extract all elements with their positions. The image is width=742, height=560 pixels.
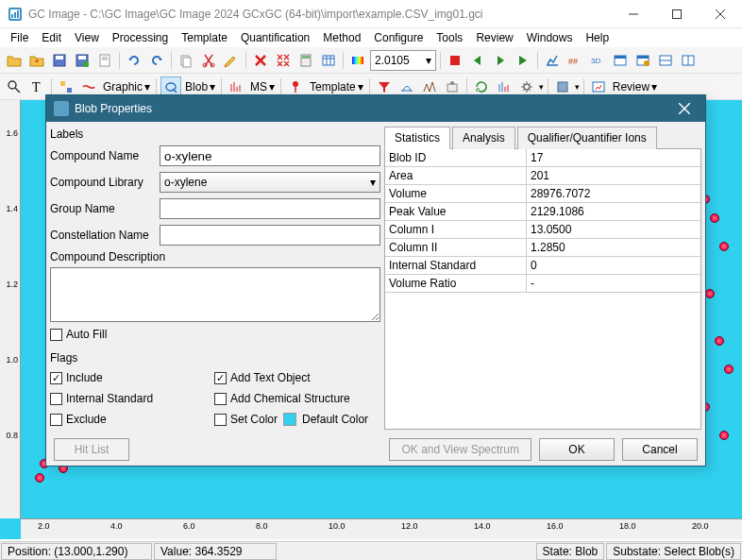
graphic-dropdown[interactable]: Graphic ▾: [101, 80, 152, 93]
hit-list-button[interactable]: Hit List: [54, 438, 129, 461]
svg-rect-32: [615, 56, 626, 59]
prev-icon[interactable]: [467, 50, 488, 71]
window2-icon[interactable]: [632, 50, 653, 71]
close-button[interactable]: [699, 0, 742, 28]
stop-icon[interactable]: [445, 50, 465, 71]
delete-red-icon[interactable]: [250, 50, 271, 71]
chart-icon[interactable]: [542, 50, 563, 71]
include-checkbox[interactable]: ✓: [50, 372, 62, 384]
menu-processing[interactable]: Processing: [106, 29, 175, 46]
stat-value: 201: [527, 167, 700, 184]
tab-statistics[interactable]: Statistics: [384, 127, 450, 149]
autofill-label: Auto Fill: [66, 328, 107, 341]
menu-method[interactable]: Method: [316, 29, 367, 46]
dialog-titlebar[interactable]: Blob Properties: [46, 95, 705, 122]
menu-tools[interactable]: Tools: [430, 29, 469, 46]
menu-configure[interactable]: Configure: [367, 29, 430, 46]
tabs: Statistics Analysis Qualifier/Quantifier…: [384, 126, 701, 149]
window4-icon[interactable]: [678, 50, 699, 71]
svg-rect-4: [17, 10, 19, 18]
menu-review[interactable]: Review: [469, 29, 519, 46]
tab-analysis[interactable]: Analysis: [452, 127, 515, 149]
svg-point-50: [293, 81, 298, 87]
svg-rect-43: [60, 81, 65, 86]
text-tool-icon[interactable]: T: [26, 76, 47, 97]
chevron-down-icon[interactable]: ▾: [575, 82, 580, 92]
add-chem-checkbox[interactable]: [214, 393, 227, 405]
template-dropdown[interactable]: Template ▾: [308, 80, 365, 93]
maximize-button[interactable]: [655, 0, 699, 28]
set-color-checkbox[interactable]: [214, 414, 227, 426]
compound-name-input[interactable]: [160, 145, 380, 166]
internal-standard-label: Internal Standard: [66, 392, 153, 405]
report-icon[interactable]: [94, 50, 115, 71]
stat-value: 28976.7072: [527, 185, 700, 202]
delete-all-icon[interactable]: [273, 50, 294, 71]
play-icon[interactable]: [513, 50, 533, 71]
status-position: Position: (13.000,1.290): [1, 543, 152, 560]
status-state: State: Blob: [536, 543, 605, 560]
save-as-icon[interactable]: [72, 50, 93, 71]
undo-icon[interactable]: [124, 50, 144, 71]
dialog-close-button[interactable]: [671, 95, 698, 122]
open-icon[interactable]: [4, 50, 25, 71]
edit-icon[interactable]: [221, 50, 242, 71]
table-icon[interactable]: [318, 50, 339, 71]
redo-icon[interactable]: [146, 50, 167, 71]
ms-dropdown[interactable]: MS ▾: [248, 80, 277, 93]
next-icon[interactable]: [490, 50, 511, 71]
internal-standard-checkbox[interactable]: [50, 393, 62, 405]
compound-description-input[interactable]: [50, 267, 380, 322]
menu-windows[interactable]: Windows: [520, 29, 580, 46]
menu-help[interactable]: Help: [579, 29, 616, 46]
chevron-down-icon[interactable]: ▾: [539, 82, 544, 92]
svg-text:3D: 3D: [591, 57, 600, 65]
import-icon[interactable]: [26, 50, 47, 71]
ruler-vertical: 1.6 1.4 1.2 1.0 0.8: [0, 100, 21, 518]
stat-label: Column II: [385, 239, 527, 256]
blob-properties-dialog: Blob Properties Labels Compound Name Com…: [45, 94, 706, 467]
menu-file[interactable]: File: [4, 29, 35, 46]
group-name-input[interactable]: [160, 198, 380, 219]
compound-library-label: Compound Library: [50, 176, 160, 189]
stat-value: 0: [527, 257, 700, 274]
blob-dropdown[interactable]: Blob ▾: [183, 80, 217, 93]
svg-text:T: T: [32, 80, 41, 94]
add-text-checkbox[interactable]: ✓: [214, 372, 227, 384]
svg-rect-14: [100, 55, 110, 66]
ok-button[interactable]: OK: [539, 438, 615, 461]
window1-icon[interactable]: [610, 50, 631, 71]
zoom-combo[interactable]: 2.0105▾: [370, 50, 436, 71]
constellation-name-input[interactable]: [160, 225, 380, 246]
threed-icon[interactable]: 3D: [587, 50, 608, 71]
stat-label: Area: [385, 167, 527, 184]
svg-rect-44: [67, 88, 72, 93]
save-icon[interactable]: [49, 50, 70, 71]
calculator-icon[interactable]: [295, 50, 316, 71]
exclude-checkbox[interactable]: [50, 414, 62, 426]
cancel-button[interactable]: Cancel: [622, 438, 698, 461]
menu-quantification[interactable]: Quantification: [234, 29, 316, 46]
svg-rect-60: [593, 82, 604, 92]
menu-edit[interactable]: Edit: [35, 29, 68, 46]
autofill-checkbox[interactable]: [50, 329, 62, 341]
cut-icon[interactable]: [198, 50, 219, 71]
menu-template[interactable]: Template: [175, 29, 234, 46]
review-dropdown[interactable]: Review ▾: [611, 80, 659, 93]
window3-icon[interactable]: [655, 50, 676, 71]
ruler-horizontal: 2.0 4.0 6.0 8.0 10.0 12.0 14.0 16.0 18.0…: [21, 518, 742, 539]
chevron-down-icon: ▾: [370, 176, 376, 189]
ok-view-spectrum-button[interactable]: OK and View Spectrum: [389, 438, 531, 461]
stat-value: -: [527, 275, 700, 292]
chevron-down-icon: ▾: [358, 80, 363, 93]
color-swatch[interactable]: [283, 413, 296, 426]
colormap-icon[interactable]: [347, 50, 368, 71]
compound-library-combo[interactable]: o-xylene▾: [160, 172, 380, 193]
copy-icon[interactable]: [176, 50, 196, 71]
menu-view[interactable]: View: [68, 29, 106, 46]
tab-qualifier[interactable]: Qualifier/Quantifier Ions: [517, 127, 657, 149]
hash-icon[interactable]: ##: [565, 50, 585, 71]
minimize-button[interactable]: [612, 0, 655, 28]
svg-rect-2: [11, 14, 13, 18]
zoom-tool-icon[interactable]: [4, 76, 25, 97]
